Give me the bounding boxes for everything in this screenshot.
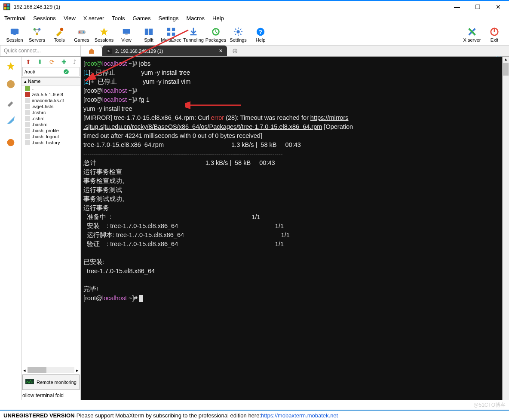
svg-line-30 <box>240 33 242 35</box>
svg-line-43 <box>94 30 188 76</box>
list-item[interactable]: .bashrc <box>21 122 80 128</box>
svg-line-29 <box>235 28 236 30</box>
annotation-arrow-2 <box>185 99 245 112</box>
menu-help[interactable]: Help <box>212 15 224 21</box>
toolbar-xserver[interactable]: X server <box>461 27 483 43</box>
window-title: 192.168.248.129 (1) <box>14 4 451 10</box>
menu-view[interactable]: View <box>64 15 76 21</box>
sidebar-macros[interactable] <box>6 115 16 125</box>
toolbar-session[interactable]: Session <box>3 27 26 43</box>
list-item[interactable]: .wget-hsts <box>21 103 80 110</box>
menu-games[interactable]: Games <box>133 15 151 21</box>
menu-settings[interactable]: Settings <box>159 15 179 21</box>
refresh-icon[interactable]: ⟳ <box>49 58 55 65</box>
svg-rect-5 <box>11 28 18 34</box>
menu-sessions[interactable]: Sessions <box>33 15 56 21</box>
footer-text: Please support MobaXterm by subscribing … <box>77 412 261 419</box>
tab-row: Quick connect... >_ 2. 192.168.248.129 (… <box>0 46 509 57</box>
menu-tools[interactable]: Tools <box>112 15 125 21</box>
file-list-header[interactable]: ▴ Name <box>21 77 80 85</box>
svg-point-40 <box>7 139 14 146</box>
footer-version: UNREGISTERED VERSION <box>3 412 74 419</box>
svg-rect-4 <box>7 7 9 9</box>
sidebar-sftp[interactable] <box>6 79 16 89</box>
path-input[interactable] <box>25 69 63 74</box>
menu-xserver[interactable]: X server <box>83 15 104 21</box>
newfolder-icon[interactable]: ✚ <box>61 58 67 65</box>
terminal-scrollbar[interactable]: ▴ <box>502 57 509 400</box>
file-list: .. zsh-5.5.1-9.el8 anaconda-ks.cf .wget-… <box>21 85 80 367</box>
terminal[interactable]: [root@localhost ~]# jobs [1]- 已停止 yum -y… <box>81 57 502 400</box>
path-ok-icon <box>63 69 69 75</box>
upload-icon[interactable]: ⬆ <box>26 58 31 65</box>
watermark: @51CTO博客 <box>473 402 506 409</box>
sidebar-favorites[interactable] <box>6 61 16 71</box>
follow-terminal-checkbox[interactable]: ollow terminal fold <box>21 391 80 400</box>
maximize-button[interactable]: ☐ <box>471 3 484 10</box>
toolbar-tools[interactable]: Tools <box>48 27 71 43</box>
footer-link[interactable]: https://mobaxterm.mobatek.net <box>261 412 338 419</box>
svg-rect-1 <box>4 4 6 6</box>
list-item[interactable]: .. <box>21 85 80 91</box>
svg-line-31 <box>235 33 236 35</box>
svg-rect-3 <box>4 7 6 9</box>
toolbar: Session Servers Tools Games Sessions Vie… <box>0 23 509 46</box>
sidebar-globe[interactable] <box>6 137 16 148</box>
list-item[interactable]: zsh-5.5.1-9.el8 <box>21 91 80 97</box>
path-input-wrap <box>22 67 80 76</box>
svg-point-24 <box>236 30 239 33</box>
download-icon[interactable]: ⬇ <box>37 58 43 65</box>
file-list-hscroll[interactable]: ◂ ▸ <box>21 367 80 374</box>
list-item[interactable]: anaconda-ks.cf <box>21 97 80 103</box>
list-item[interactable]: .bash_logout <box>21 134 80 140</box>
menu-bar: Terminal Sessions View X server Tools Ga… <box>0 13 509 23</box>
svg-line-32 <box>240 28 242 30</box>
file-browser: ⬆ ⬇ ⟳ ✚ ⤴ ▴ Name .. zsh-5.5.1-9.el8 anac… <box>21 57 81 400</box>
new-tab-button[interactable]: ⊕ <box>227 46 242 56</box>
minimize-button[interactable]: — <box>451 3 463 10</box>
quick-connect-input[interactable]: Quick connect... <box>0 46 81 56</box>
svg-text:?: ? <box>259 28 262 35</box>
tab-close-button[interactable]: ✕ <box>219 48 223 54</box>
svg-point-12 <box>79 31 81 33</box>
toolbar-servers[interactable]: Servers <box>26 27 48 43</box>
toolbar-exit[interactable]: Exit <box>483 27 506 43</box>
annotation-arrow-1 <box>82 26 202 82</box>
file-browser-toolbar: ⬆ ⬇ ⟳ ✚ ⤴ <box>21 57 80 67</box>
close-button[interactable]: ✕ <box>492 3 505 10</box>
list-item[interactable]: .bash_history <box>21 140 80 146</box>
parent-icon[interactable]: ⤴ <box>73 58 76 65</box>
svg-point-39 <box>6 80 14 88</box>
svg-point-10 <box>60 27 63 30</box>
list-item[interactable]: .cshrc <box>21 116 80 122</box>
menu-terminal[interactable]: Terminal <box>4 15 25 21</box>
svg-rect-2 <box>7 4 9 6</box>
app-icon <box>3 3 10 10</box>
toolbar-help[interactable]: ?Help <box>249 27 272 43</box>
list-item[interactable]: .bash_profile <box>21 128 80 134</box>
title-bar: 192.168.248.129 (1) — ☐ ✕ <box>0 0 509 13</box>
svg-point-41 <box>64 69 69 74</box>
toolbar-packages[interactable]: Packages <box>205 27 227 43</box>
list-item[interactable]: .tcshrc <box>21 110 80 116</box>
sidebar <box>0 57 21 400</box>
footer: UNREGISTERED VERSION - Please support Mo… <box>0 410 509 420</box>
menu-macros[interactable]: Macros <box>186 15 205 21</box>
sidebar-tools[interactable] <box>6 97 16 107</box>
svg-rect-6 <box>13 34 16 35</box>
monitor-icon <box>25 379 34 386</box>
toolbar-settings[interactable]: Settings <box>227 27 249 43</box>
remote-monitoring-button[interactable]: Remote monitoring <box>22 374 80 390</box>
